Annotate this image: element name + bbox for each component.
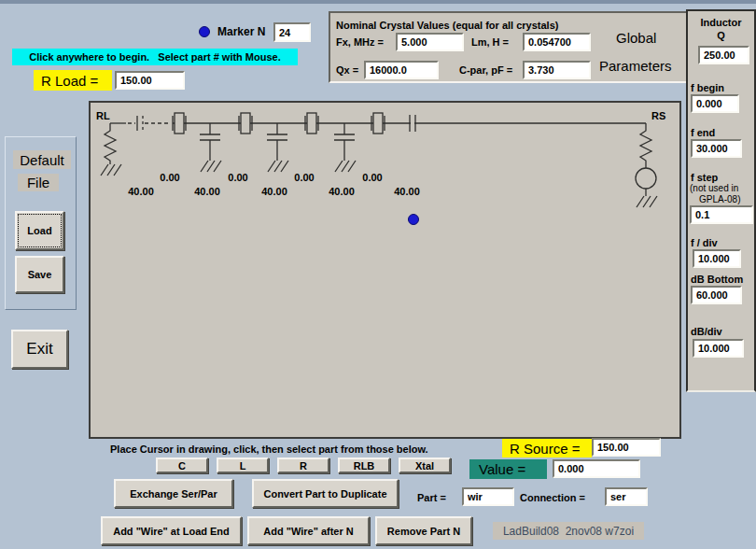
inductor-q-label-line1: Inductor (688, 17, 754, 28)
fx-input[interactable] (396, 33, 464, 51)
f-begin-input[interactable] (691, 94, 739, 113)
part-button-xtal[interactable]: Xtal (399, 458, 451, 473)
f-end-label: f end (691, 127, 715, 138)
value-input[interactable] (553, 459, 640, 478)
part-field-input[interactable] (462, 487, 514, 506)
f-step-label: f step (691, 172, 718, 183)
f-step-note-line2: GPLA-08) (699, 194, 740, 204)
db-div-label: dB/div (691, 326, 722, 337)
rl-label: RL (96, 110, 110, 121)
lm-input[interactable] (523, 33, 591, 51)
rs-label: RS (651, 110, 665, 121)
cpar-label: C-par, pF = (459, 64, 512, 76)
f-begin-label: f begin (691, 82, 724, 93)
f-step-note-line1: (not used in (690, 183, 738, 193)
part-button-c[interactable]: C (156, 458, 208, 473)
convert-part-duplicate-button[interactable]: Convert Part to Duplicate (252, 479, 399, 508)
remove-part-n-button[interactable]: Remove Part N (375, 516, 472, 545)
schematic-panel[interactable]: RL RS 0.00 0.00 0.00 0.00 40.00 40.00 40… (89, 101, 681, 439)
f-step-input[interactable] (690, 205, 753, 224)
default-label: Default (13, 150, 71, 169)
qx-label: Qx = (336, 64, 358, 76)
f-div-label: f / div (691, 237, 718, 248)
marker-n-input[interactable] (273, 22, 311, 42)
qx-input[interactable] (364, 61, 439, 79)
db-div-input[interactable] (693, 339, 744, 358)
series-value-label: 40.00 (329, 186, 355, 197)
connection-field-label: Connection = (520, 492, 585, 503)
r-load-label: R Load = (34, 70, 112, 91)
series-value-label: 40.00 (128, 186, 154, 197)
series-value-label: 40.00 (261, 186, 287, 197)
window-top-edge (0, 0, 756, 4)
r-source-label: R Source = (502, 439, 592, 458)
inductor-q-label-line2: Q (688, 30, 754, 41)
fx-label: Fx, MHz = (336, 36, 384, 48)
add-wire-load-end-button[interactable]: Add "Wire" at Load End (101, 516, 242, 545)
save-button[interactable]: Save (15, 256, 64, 293)
series-value-label: 40.00 (394, 186, 420, 197)
r-load-input[interactable] (115, 71, 185, 90)
schematic-drawing[interactable]: RL RS 0.00 0.00 0.00 0.00 40.00 40.00 40… (91, 103, 679, 437)
cpar-input[interactable] (523, 61, 591, 79)
shunt-value-label: 0.00 (160, 172, 179, 183)
f-end-input[interactable] (691, 139, 742, 158)
part-button-l[interactable]: L (217, 458, 269, 473)
marker-dot-icon (199, 26, 210, 37)
placement-instruction: Place Cursor in drawing, click, then sel… (110, 443, 428, 455)
exchange-ser-par-button[interactable]: Exchange Ser/Par (114, 479, 233, 508)
exit-button[interactable]: Exit (11, 330, 68, 369)
value-label: Value = (469, 459, 547, 479)
part-button-r[interactable]: R (277, 458, 329, 473)
file-label: File (18, 174, 59, 191)
global-label-line1: Global (616, 30, 656, 46)
r-source-input[interactable] (592, 438, 661, 457)
part-button-rlb[interactable]: RLB (338, 458, 390, 473)
inductor-q-input[interactable] (698, 46, 749, 64)
right-parameters-panel: Inductor Q f begin f end f step (not use… (686, 9, 756, 392)
shunt-value-label: 0.00 (228, 172, 247, 183)
f-div-input[interactable] (693, 249, 741, 268)
hint-banner: Click anywhere to begin. Select part # w… (12, 49, 298, 65)
connection-field-input[interactable] (605, 487, 648, 506)
crystal-panel-title: Nominal Crystal Values (equal for all cr… (336, 20, 558, 31)
drawing-marker-dot[interactable] (409, 215, 419, 225)
marker-n-label: Marker N (217, 25, 265, 38)
db-bottom-label: dB Bottom (691, 274, 743, 285)
lm-label: Lm, H = (471, 36, 509, 48)
series-value-label: 40.00 (194, 186, 220, 197)
add-wire-after-n-button[interactable]: Add "Wire" after N (247, 516, 370, 545)
db-bottom-input[interactable] (691, 286, 742, 304)
ladbuild-window: { "colors": { "background": "#b4c2d2", "… (0, 0, 756, 549)
shunt-value-label: 0.00 (294, 172, 314, 183)
part-field-label: Part = (417, 492, 446, 503)
load-button[interactable]: Load (15, 211, 64, 250)
file-panel: Default File Load Save (5, 136, 77, 310)
global-label-line2: Parameters (599, 58, 672, 74)
crystal-values-panel: Nominal Crystal Values (equal for all cr… (329, 11, 688, 83)
app-credit-label: LadBuild08 2nov08 w7zoi (493, 522, 644, 540)
shunt-value-label: 0.00 (362, 172, 382, 183)
